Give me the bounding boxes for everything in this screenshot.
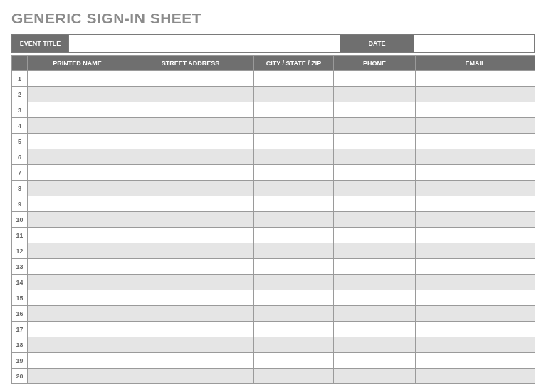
cell-city[interactable] [254,87,334,102]
cell-street[interactable] [127,306,254,322]
cell-phone[interactable] [334,87,416,102]
cell-email[interactable] [416,306,535,322]
cell-email[interactable] [416,353,535,369]
cell-phone[interactable] [334,243,416,259]
cell-phone[interactable] [334,134,416,149]
cell-phone[interactable] [334,275,416,290]
cell-email[interactable] [416,275,535,290]
cell-phone[interactable] [334,181,416,196]
cell-phone[interactable] [334,369,416,384]
cell-name[interactable] [28,353,127,369]
cell-email[interactable] [416,369,535,384]
cell-phone[interactable] [334,212,416,228]
cell-city[interactable] [254,228,334,243]
cell-phone[interactable] [334,149,416,165]
cell-city[interactable] [254,71,334,87]
cell-street[interactable] [127,149,254,165]
cell-city[interactable] [254,275,334,290]
cell-street[interactable] [127,212,254,228]
cell-street[interactable] [127,134,254,149]
cell-city[interactable] [254,259,334,275]
cell-street[interactable] [127,165,254,181]
cell-city[interactable] [254,322,334,337]
cell-street[interactable] [127,322,254,337]
cell-phone[interactable] [334,165,416,181]
cell-phone[interactable] [334,353,416,369]
cell-street[interactable] [127,196,254,212]
cell-street[interactable] [127,102,254,118]
cell-email[interactable] [416,134,535,149]
cell-email[interactable] [416,322,535,337]
cell-phone[interactable] [334,228,416,243]
cell-street[interactable] [127,243,254,259]
cell-name[interactable] [28,134,127,149]
cell-name[interactable] [28,243,127,259]
cell-phone[interactable] [334,196,416,212]
cell-name[interactable] [28,337,127,353]
cell-name[interactable] [28,87,127,102]
cell-name[interactable] [28,306,127,322]
cell-name[interactable] [28,149,127,165]
cell-city[interactable] [254,212,334,228]
cell-name[interactable] [28,102,127,118]
cell-phone[interactable] [334,118,416,134]
cell-name[interactable] [28,290,127,306]
cell-city[interactable] [254,102,334,118]
cell-name[interactable] [28,71,127,87]
cell-name[interactable] [28,165,127,181]
cell-name[interactable] [28,181,127,196]
cell-city[interactable] [254,290,334,306]
cell-email[interactable] [416,290,535,306]
cell-email[interactable] [416,196,535,212]
cell-email[interactable] [416,228,535,243]
cell-street[interactable] [127,71,254,87]
cell-name[interactable] [28,322,127,337]
cell-email[interactable] [416,181,535,196]
cell-street[interactable] [127,369,254,384]
cell-street[interactable] [127,228,254,243]
cell-city[interactable] [254,181,334,196]
cell-street[interactable] [127,290,254,306]
cell-city[interactable] [254,134,334,149]
cell-email[interactable] [416,259,535,275]
cell-city[interactable] [254,118,334,134]
cell-city[interactable] [254,369,334,384]
cell-city[interactable] [254,243,334,259]
cell-street[interactable] [127,337,254,353]
cell-email[interactable] [416,149,535,165]
cell-email[interactable] [416,71,535,87]
cell-street[interactable] [127,353,254,369]
cell-email[interactable] [416,87,535,102]
cell-email[interactable] [416,337,535,353]
cell-street[interactable] [127,118,254,134]
cell-street[interactable] [127,259,254,275]
cell-name[interactable] [28,259,127,275]
cell-city[interactable] [254,196,334,212]
cell-name[interactable] [28,275,127,290]
cell-email[interactable] [416,243,535,259]
cell-city[interactable] [254,337,334,353]
cell-name[interactable] [28,196,127,212]
cell-name[interactable] [28,212,127,228]
cell-phone[interactable] [334,337,416,353]
cell-name[interactable] [28,118,127,134]
cell-street[interactable] [127,181,254,196]
cell-name[interactable] [28,369,127,384]
cell-email[interactable] [416,118,535,134]
cell-email[interactable] [416,165,535,181]
cell-city[interactable] [254,149,334,165]
cell-phone[interactable] [334,306,416,322]
cell-phone[interactable] [334,102,416,118]
cell-street[interactable] [127,87,254,102]
cell-phone[interactable] [334,290,416,306]
cell-street[interactable] [127,275,254,290]
cell-city[interactable] [254,353,334,369]
date-input[interactable] [414,35,534,52]
cell-phone[interactable] [334,71,416,87]
cell-phone[interactable] [334,322,416,337]
cell-name[interactable] [28,228,127,243]
cell-city[interactable] [254,165,334,181]
cell-city[interactable] [254,306,334,322]
event-title-input[interactable] [69,35,340,52]
cell-email[interactable] [416,102,535,118]
